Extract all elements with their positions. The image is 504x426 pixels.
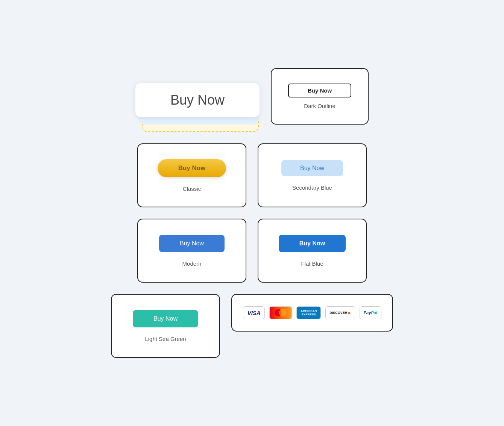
buy-now-flat-blue-button[interactable]: Buy Now <box>279 235 346 252</box>
row-1: Buy Now Buy Now Dark Outline <box>135 68 369 132</box>
stacked-buy-now-label: Buy Now <box>170 92 225 108</box>
buy-now-dark-outline-button[interactable]: Buy Now <box>288 84 351 97</box>
card-classic: Buy Now Classic <box>137 143 246 207</box>
main-container: Buy Now Buy Now Dark Outline Buy Now Cla… <box>111 46 393 380</box>
card-payments: VISA AMERICANEXPRESS DISCOVER ● PayPal <box>231 294 393 332</box>
card-modern: Buy Now Modern <box>137 219 246 283</box>
mastercard-badge <box>269 306 292 319</box>
buy-now-modern-button[interactable]: Buy Now <box>159 235 225 252</box>
discover-badge: DISCOVER ● <box>325 306 355 319</box>
row-3: Buy Now Modern Buy Now Flat Blue <box>137 219 367 283</box>
buy-now-classic-button[interactable]: Buy Now <box>158 159 226 177</box>
row-4: Buy Now Light Sea Green VISA AMERICANEXP… <box>111 294 393 358</box>
mastercard-icon <box>273 309 288 317</box>
secondary-blue-label: Secondary Blue <box>292 184 332 191</box>
flat-blue-label: Flat Blue <box>301 260 323 267</box>
visa-badge: VISA <box>243 306 265 319</box>
buy-now-sea-green-button[interactable]: Buy Now <box>133 310 198 327</box>
buy-now-secondary-blue-button[interactable]: Buy Now <box>281 160 343 176</box>
card-dark-outline: Buy Now Dark Outline <box>271 68 369 125</box>
sea-green-label: Light Sea Green <box>145 336 186 342</box>
card-flat-blue: Buy Now Flat Blue <box>258 219 367 283</box>
card-secondary-blue: Buy Now Secondary Blue <box>258 143 367 207</box>
paypal-badge: PayPal <box>360 306 381 319</box>
row-2: Buy Now Classic Buy Now Secondary Blue <box>137 143 367 207</box>
amex-badge: AMERICANEXPRESS <box>296 306 321 319</box>
stack-card-white: Buy Now <box>135 83 260 117</box>
stacked-cards: Buy Now <box>135 68 260 132</box>
card-sea-green: Buy Now Light Sea Green <box>111 294 220 358</box>
dark-outline-label: Dark Outline <box>304 103 335 109</box>
classic-label: Classic <box>183 186 201 192</box>
modern-label: Modern <box>182 260 202 267</box>
